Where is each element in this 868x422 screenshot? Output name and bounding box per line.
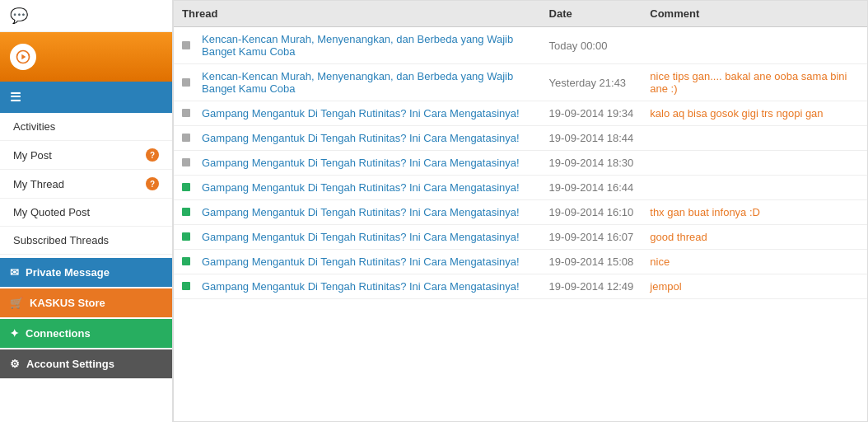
thread-link[interactable]: Gampang Mengantuk Di Tengah Rutinitas? I… [202, 107, 520, 120]
table-row: Gampang Mengantuk Di Tengah Rutinitas? I… [174, 151, 867, 176]
row-date-cell: 19-09-2014 12:49 [541, 274, 642, 299]
table-row: Gampang Mengantuk Di Tengah Rutinitas? I… [174, 200, 867, 225]
row-date-cell: 19-09-2014 15:08 [541, 250, 642, 274]
thread-link[interactable]: Gampang Mengantuk Di Tengah Rutinitas? I… [202, 256, 520, 268]
my-thread-help-icon[interactable]: ? [146, 177, 159, 190]
thread-link[interactable]: Kencan-Kencan Murah, Menyenangkan, dan B… [202, 70, 513, 95]
private-message-button[interactable]: ✉ Private Message [0, 258, 172, 287]
comment-col-header: Comment [642, 1, 867, 27]
thread-table: Thread Date Comment Kencan-Kencan Murah,… [174, 1, 867, 299]
my-post-help-icon[interactable]: ? [146, 148, 159, 162]
activities-link[interactable]: Activities [0, 113, 172, 140]
kaskus-store-label: KASKUS Store [30, 297, 105, 309]
thread-link[interactable]: Gampang Mengantuk Di Tengah Rutinitas? I… [202, 157, 520, 169]
row-date-cell: 19-09-2014 19:34 [541, 101, 642, 126]
date-col-header: Date [541, 1, 642, 27]
quoted-post-link[interactable]: My Quoted Post [0, 199, 172, 226]
sidebar: 💬 ☰ Activities My Post ? [0, 0, 173, 422]
table-row: Gampang Mengantuk Di Tengah Rutinitas? I… [174, 274, 867, 299]
settings-icon: ⚙ [10, 358, 20, 370]
my-post-link[interactable]: My Post ? [0, 141, 172, 169]
table-row: Gampang Mengantuk Di Tengah Rutinitas? I… [174, 126, 867, 151]
connections-button[interactable]: ✦ Connections [0, 319, 172, 348]
row-thread-cell[interactable]: Gampang Mengantuk Di Tengah Rutinitas? I… [194, 151, 541, 176]
row-dot-cell [174, 176, 194, 200]
account-settings-label: Account Settings [26, 358, 114, 370]
sidebar-menu: Activities My Post ? My Thread ? My Quot… [0, 113, 172, 255]
status-dot [182, 208, 190, 216]
envelope-icon: ✉ [10, 266, 19, 279]
row-comment-cell: kalo aq bisa gosok gigi trs ngopi gan [642, 101, 867, 126]
sidebar-item-activities[interactable]: Activities [0, 113, 172, 141]
row-date-cell: 19-09-2014 16:10 [541, 200, 642, 225]
private-message-label: Private Message [26, 266, 110, 279]
quoted-post-label: My Quoted Post [13, 206, 90, 218]
row-dot-cell [174, 126, 194, 151]
status-dot [182, 282, 190, 290]
row-thread-cell[interactable]: Gampang Mengantuk Di Tengah Rutinitas? I… [194, 176, 541, 200]
row-thread-cell[interactable]: Gampang Mengantuk Di Tengah Rutinitas? I… [194, 101, 541, 126]
row-thread-cell[interactable]: Gampang Mengantuk Di Tengah Rutinitas? I… [194, 274, 541, 299]
row-date-cell: 19-09-2014 18:44 [541, 126, 642, 151]
status-dot [182, 134, 190, 142]
row-comment-cell [642, 176, 867, 200]
sidebar-item-subscribed-threads[interactable]: Subscribed Threads [0, 227, 172, 255]
chat-icon: 💬 [10, 7, 28, 25]
account-settings-button[interactable]: ⚙ Account Settings [0, 349, 172, 378]
table-row: Gampang Mengantuk Di Tengah Rutinitas? I… [174, 250, 867, 274]
row-comment-cell: nice [642, 250, 867, 274]
live-posting-button[interactable] [0, 32, 172, 82]
my-thread-label: My Thread [13, 178, 64, 190]
row-dot-cell [174, 250, 194, 274]
row-comment-cell [642, 27, 867, 64]
sidebar-item-quoted-post[interactable]: My Quoted Post [0, 199, 172, 227]
thread-link[interactable]: Kencan-Kencan Murah, Menyenangkan, dan B… [202, 33, 513, 58]
row-dot-cell [174, 274, 194, 299]
subscribed-threads-link[interactable]: Subscribed Threads [0, 227, 172, 254]
row-thread-cell[interactable]: Gampang Mengantuk Di Tengah Rutinitas? I… [194, 225, 541, 250]
main-content: Thread Date Comment Kencan-Kencan Murah,… [173, 0, 868, 422]
status-dot [182, 158, 190, 166]
store-icon: 🛒 [10, 297, 23, 309]
row-thread-cell[interactable]: Gampang Mengantuk Di Tengah Rutinitas? I… [194, 200, 541, 225]
thread-link[interactable]: Gampang Mengantuk Di Tengah Rutinitas? I… [202, 132, 520, 144]
row-dot-cell [174, 27, 194, 64]
row-thread-cell[interactable]: Gampang Mengantuk Di Tengah Rutinitas? I… [194, 126, 541, 151]
status-dot [182, 109, 190, 117]
row-comment-cell: thx gan buat infonya :D [642, 200, 867, 225]
thread-link[interactable]: Gampang Mengantuk Di Tengah Rutinitas? I… [202, 231, 520, 243]
row-comment-cell [642, 151, 867, 176]
row-dot-cell [174, 101, 194, 126]
kaskus-store-button[interactable]: 🛒 KASKUS Store [0, 288, 172, 317]
live-posting-icon [10, 44, 36, 70]
thread-link[interactable]: Gampang Mengantuk Di Tengah Rutinitas? I… [202, 280, 520, 293]
thread-col-header: Thread [174, 1, 541, 27]
row-dot-cell [174, 200, 194, 225]
row-thread-cell[interactable]: Gampang Mengantuk Di Tengah Rutinitas? I… [194, 250, 541, 274]
row-date-cell: 19-09-2014 16:07 [541, 225, 642, 250]
svg-marker-1 [21, 54, 26, 60]
row-comment-cell: jempol [642, 274, 867, 299]
row-date-cell: 19-09-2014 18:30 [541, 151, 642, 176]
thread-link[interactable]: Gampang Mengantuk Di Tengah Rutinitas? I… [202, 206, 520, 218]
status-dot [182, 78, 190, 87]
sidebar-item-my-post[interactable]: My Post ? [0, 141, 172, 170]
forum-activities-header: ☰ [0, 82, 172, 113]
table-header-row: Thread Date Comment [174, 1, 867, 27]
row-thread-cell[interactable]: Kencan-Kencan Murah, Menyenangkan, dan B… [194, 64, 541, 101]
table-row: Gampang Mengantuk Di Tengah Rutinitas? I… [174, 176, 867, 200]
table-row: Kencan-Kencan Murah, Menyenangkan, dan B… [174, 64, 867, 101]
row-comment-cell [642, 126, 867, 151]
status-dot [182, 183, 190, 191]
row-thread-cell[interactable]: Kencan-Kencan Murah, Menyenangkan, dan B… [194, 27, 541, 64]
row-dot-cell [174, 225, 194, 250]
row-date-cell: Yesterday 21:43 [541, 64, 642, 101]
sidebar-item-my-thread[interactable]: My Thread ? [0, 170, 172, 199]
row-date-cell: Today 00:00 [541, 27, 642, 64]
forum-icon: ☰ [10, 90, 21, 105]
row-dot-cell [174, 151, 194, 176]
my-thread-link[interactable]: My Thread ? [0, 170, 172, 198]
activities-label: Activities [13, 120, 55, 133]
connections-label: Connections [26, 327, 91, 340]
thread-link[interactable]: Gampang Mengantuk Di Tengah Rutinitas? I… [202, 181, 520, 194]
